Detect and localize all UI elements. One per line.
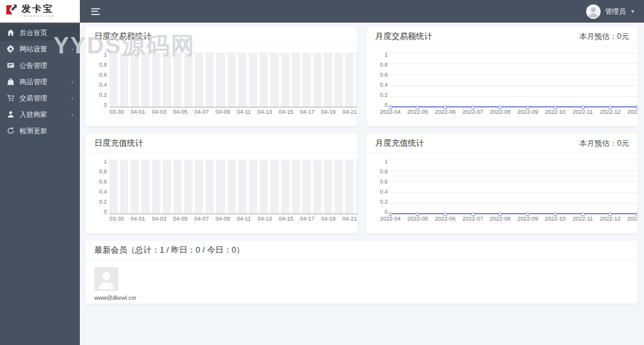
- x-tick-label: 2022-12: [600, 216, 621, 222]
- x-tick-label: 04-01: [131, 216, 145, 222]
- chevron-down-icon: ▼: [630, 9, 635, 14]
- data-point: [526, 212, 530, 216]
- gridline: [391, 170, 638, 171]
- estimate-label: 本月预估：0元: [579, 31, 629, 42]
- trend-line: [391, 213, 638, 214]
- x-tick-label: 2022-07: [462, 216, 483, 222]
- sidebar-item-announcements[interactable]: 公告管理: [0, 57, 80, 74]
- chart-band: [174, 160, 182, 214]
- x-tick-label: 04-05: [173, 109, 187, 115]
- y-tick-label: 0: [104, 102, 107, 108]
- y-tick-label: 1: [104, 52, 107, 58]
- sidebar-item-label: 网站设置: [19, 45, 47, 54]
- member-list: www@dkewl.cor2022-12-19: [86, 260, 638, 304]
- chart-band: [109, 53, 118, 107]
- user-menu[interactable]: 管理员 ▼: [586, 4, 635, 19]
- chart-band: [216, 53, 225, 107]
- chart-band: [292, 53, 300, 107]
- member-date: 2022-12-19: [99, 303, 135, 304]
- gridline: [391, 192, 638, 193]
- x-tick-label: 2022-09: [518, 109, 538, 115]
- member-item[interactable]: www@dkewl.cor2022-12-19: [94, 267, 135, 304]
- chart-band: [292, 160, 300, 214]
- x-tick-label: 2022-09: [518, 216, 538, 222]
- menu-toggle-icon[interactable]: [89, 6, 103, 18]
- data-point: [608, 212, 612, 216]
- data-point: [443, 212, 447, 216]
- sidebar-item-orders[interactable]: 交易管理›: [0, 90, 80, 106]
- y-tick-label: 0.4: [99, 82, 107, 88]
- y-tick-label: 0.2: [380, 92, 388, 98]
- gridline: [391, 181, 638, 182]
- chart-band: [163, 160, 171, 214]
- sidebar-item-home[interactable]: 后台首页: [0, 25, 80, 41]
- x-tick-label: 04-01: [131, 109, 145, 115]
- chart-band: [238, 53, 247, 107]
- panel-daily-trade: 日度交易额统计 10.80.60.40.2003-3004-0104-0304-…: [86, 27, 357, 126]
- x-tick-label: 2022-06: [435, 109, 455, 115]
- sidebar-item-merchants[interactable]: 入驻商家›: [0, 106, 80, 123]
- data-point: [443, 106, 447, 109]
- chart-band: [228, 160, 236, 214]
- panel-title: 月度交易额统计: [375, 31, 433, 42]
- chart-band: [345, 53, 353, 107]
- panel-latest-members: 最新会员（总计：1 / 昨日：0 / 今日：0） www@dkewl.cor20…: [86, 241, 638, 304]
- x-tick-label: 04-09: [216, 109, 230, 115]
- x-tick-label: 2023-01: [627, 109, 638, 115]
- chart-band: [270, 160, 279, 214]
- gridline: [391, 53, 638, 53]
- data-point: [389, 212, 392, 216]
- chart-band: [238, 160, 247, 214]
- monthly-trade-chart: 10.80.60.40.202022-042022-052022-062022-…: [367, 47, 638, 126]
- y-tick-label: 0.8: [380, 62, 388, 68]
- y-axis: 10.80.60.40.20: [93, 52, 109, 108]
- sidebar-item-goods[interactable]: 商品管理›: [0, 74, 80, 90]
- y-tick-label: 0.8: [99, 62, 107, 68]
- panel-daily-recharge: 日度充值统计 10.80.60.40.2003-3004-0104-0304-0…: [86, 134, 357, 233]
- chart-band: [324, 53, 332, 107]
- y-tick-label: 0.4: [380, 189, 388, 195]
- plot-area: [109, 160, 357, 214]
- data-point: [416, 212, 419, 216]
- user-name: 管理员: [605, 7, 626, 16]
- daily-recharge-chart: 10.80.60.40.2003-3004-0104-0304-0504-070…: [86, 153, 357, 233]
- y-tick-label: 1: [104, 158, 107, 165]
- chart-band: [303, 160, 311, 214]
- y-tick-label: 0.6: [99, 178, 107, 185]
- sidebar-item-check-update[interactable]: 检测更新: [0, 123, 80, 139]
- chart-band: [109, 160, 118, 214]
- topbar: 管理员 ▼: [80, 0, 644, 23]
- x-tick-label: 2023-01: [627, 216, 638, 222]
- sidebar-item-label: 商品管理: [19, 77, 47, 87]
- sidebar-item-site-settings[interactable]: 网站设置›: [0, 41, 80, 57]
- panel-monthly-trade: 月度交易额统计 本月预估：0元 10.80.60.40.202022-04202…: [367, 27, 638, 126]
- gridline: [391, 96, 638, 97]
- x-tick-label: 2022-06: [435, 216, 455, 222]
- chart-band: [174, 53, 182, 107]
- x-tick-label: 2022-10: [545, 216, 565, 222]
- avatar: [586, 4, 601, 19]
- home-icon: [6, 29, 14, 37]
- x-tick-label: 04-07: [194, 109, 209, 115]
- gridline: [391, 160, 638, 160]
- chart-band: [195, 53, 203, 107]
- x-tick-label: 04-21: [342, 216, 357, 222]
- logo[interactable]: 发卡宝 fakabao.top: [0, 0, 80, 23]
- logo-icon: [4, 3, 18, 19]
- chart-band: [228, 53, 236, 107]
- x-tick-label: 2022-08: [490, 109, 511, 115]
- x-tick-label: 2022-10: [545, 109, 565, 115]
- chevron-right-icon: ›: [71, 95, 74, 102]
- chart-band: [206, 53, 214, 107]
- x-tick-label: 04-17: [300, 216, 314, 222]
- y-tick-label: 0: [104, 209, 107, 215]
- plot-area: [391, 53, 638, 107]
- data-point: [581, 106, 585, 109]
- data-point: [471, 212, 475, 216]
- x-tick-label: 04-05: [173, 216, 187, 222]
- y-tick-label: 0.2: [99, 92, 107, 98]
- chart-band: [120, 160, 128, 214]
- chart-band: [152, 53, 160, 107]
- background-bands: [109, 53, 357, 107]
- x-tick-label: 03-30: [109, 109, 124, 115]
